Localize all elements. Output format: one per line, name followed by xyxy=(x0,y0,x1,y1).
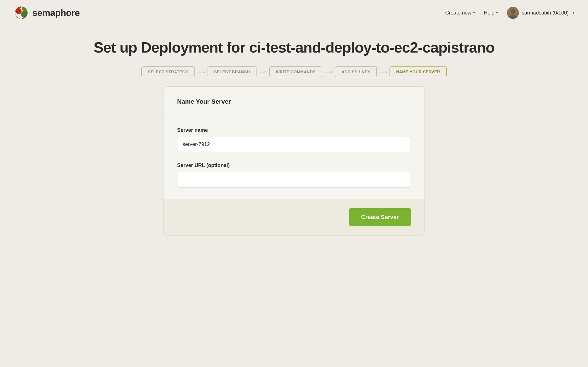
create-new-button[interactable]: Create new ▾ xyxy=(445,10,475,16)
card-header: Name Your Server xyxy=(163,87,425,116)
create-server-button[interactable]: Create Server xyxy=(349,208,411,226)
header-right: Create new ▾ Help ▾ sarmadsabih (0/100) … xyxy=(445,7,574,19)
arrow-icon-4: ⟶ xyxy=(379,68,387,75)
arrow-icon-2: ⟶ xyxy=(259,68,267,75)
steps-nav: SELECT STRATEGY ⟶ SELECT BRANCH ⟶ WRITE … xyxy=(0,66,588,77)
step-add-ssh-key[interactable]: ADD SSH KEY xyxy=(335,66,377,77)
user-menu[interactable]: sarmadsabih (0/100) ▾ xyxy=(507,7,574,19)
card-footer: Create Server xyxy=(163,199,425,235)
arrow-icon-3: ⟶ xyxy=(324,68,333,75)
server-url-input[interactable] xyxy=(177,172,411,187)
card-body: Server name Server URL (optional) xyxy=(163,116,425,199)
page-title-section: Set up Deployment for ci-test-and-deploy… xyxy=(0,26,588,66)
server-name-input[interactable] xyxy=(177,137,411,152)
card-section-title: Name Your Server xyxy=(177,98,411,105)
step-select-branch[interactable]: SELECT BRANCH xyxy=(208,66,256,77)
main-content: Name Your Server Server name Server URL … xyxy=(0,86,588,258)
help-label: Help xyxy=(484,10,494,16)
header: semaphore Create new ▾ Help ▾ sarmadsabi… xyxy=(0,0,588,26)
create-new-chevron-icon: ▾ xyxy=(473,11,475,15)
server-url-label: Server URL (optional) xyxy=(177,162,411,168)
form-card: Name Your Server Server name Server URL … xyxy=(163,86,425,235)
username: sarmadsabih (0/100) xyxy=(522,10,569,16)
step-write-commands[interactable]: WRITE COMMANDS xyxy=(269,66,322,77)
step-select-strategy[interactable]: SELECT STRATEGY xyxy=(141,66,195,77)
semaphore-logo-icon xyxy=(14,5,29,20)
logo-text: semaphore xyxy=(32,8,80,18)
help-chevron-icon: ▾ xyxy=(496,11,498,15)
page-title: Set up Deployment for ci-test-and-deploy… xyxy=(14,39,574,56)
help-button[interactable]: Help ▾ xyxy=(484,10,498,16)
logo[interactable]: semaphore xyxy=(14,5,80,20)
create-new-label: Create new xyxy=(445,10,471,16)
step-name-your-server[interactable]: NAME YOUR SERVER xyxy=(390,66,447,77)
server-name-group: Server name xyxy=(177,127,411,152)
server-name-label: Server name xyxy=(177,127,411,133)
svg-point-3 xyxy=(511,9,515,14)
user-chevron-icon: ▾ xyxy=(573,11,574,15)
avatar xyxy=(507,7,519,19)
server-url-group: Server URL (optional) xyxy=(177,162,411,187)
arrow-icon-1: ⟶ xyxy=(197,68,205,75)
